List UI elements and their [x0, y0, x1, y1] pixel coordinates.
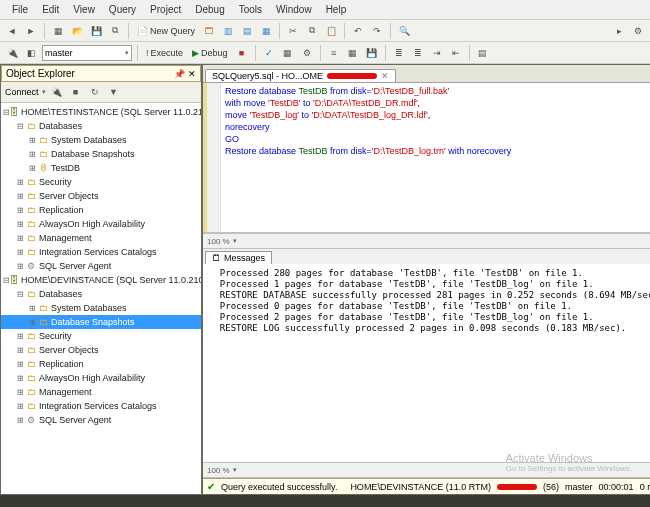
tree-node[interactable]: ⊞🗀Management — [1, 231, 201, 245]
dmx-icon[interactable]: ▦ — [258, 23, 274, 39]
tree-node[interactable]: ⊞🗀Security — [1, 175, 201, 189]
options-icon[interactable]: ⚙ — [630, 23, 646, 39]
tree-node[interactable]: ⊞🗀Security — [1, 329, 201, 343]
paste-icon[interactable]: 📋 — [323, 23, 339, 39]
menu-tools[interactable]: Tools — [233, 2, 268, 17]
tree-twisty-icon[interactable]: ⊞ — [15, 360, 25, 369]
tree-node[interactable]: ⊞⚙SQL Server Agent — [1, 259, 201, 273]
change-connection-icon[interactable]: 🔌 — [4, 45, 20, 61]
tree-twisty-icon[interactable]: ⊟ — [3, 276, 10, 285]
tree-node[interactable]: ⊟🗄HOME\DEVINSTANCE (SQL Server 11.0.2100… — [1, 273, 201, 287]
disconnect-icon[interactable]: 🔌 — [49, 84, 65, 100]
tree-node[interactable]: ⊞🗀Integration Services Catalogs — [1, 245, 201, 259]
menu-debug[interactable]: Debug — [189, 2, 230, 17]
tree-twisty-icon[interactable]: ⊞ — [15, 206, 25, 215]
find-icon[interactable]: 🔍 — [396, 23, 412, 39]
tree-node[interactable]: ⊟🗄HOME\TESTINSTANCE (SQL Server 11.0.210… — [1, 105, 201, 119]
tree-twisty-icon[interactable]: ⊞ — [15, 388, 25, 397]
redo-icon[interactable]: ↷ — [369, 23, 385, 39]
tree-twisty-icon[interactable]: ⊟ — [15, 122, 25, 131]
new-query-button[interactable]: 📄 New Query — [134, 25, 198, 37]
tree-twisty-icon[interactable]: ⊞ — [15, 178, 25, 187]
execute-button[interactable]: ! Execute — [143, 47, 186, 59]
tree-node[interactable]: ⊞⚙SQL Server Agent — [1, 413, 201, 427]
available-db-icon[interactable]: ◧ — [23, 45, 39, 61]
cut-icon[interactable]: ✂ — [285, 23, 301, 39]
tree-node[interactable]: ⊞🛢TestDB — [1, 161, 201, 175]
comment-icon[interactable]: ≣ — [391, 45, 407, 61]
tree-twisty-icon[interactable]: ⊞ — [15, 234, 25, 243]
menu-project[interactable]: Project — [144, 2, 187, 17]
filter-icon[interactable]: ▼ — [106, 84, 122, 100]
tree-twisty-icon[interactable]: ⊞ — [15, 402, 25, 411]
menu-window[interactable]: Window — [270, 2, 318, 17]
editor-text[interactable]: Restore database TestDB from disk='D:\Te… — [221, 83, 650, 232]
tree-twisty-icon[interactable]: ⊞ — [15, 374, 25, 383]
results-file-icon[interactable]: 💾 — [364, 45, 380, 61]
tree-twisty-icon[interactable]: ⊞ — [15, 332, 25, 341]
parse-icon[interactable]: ✓ — [261, 45, 277, 61]
menu-help[interactable]: Help — [320, 2, 353, 17]
mdx-icon[interactable]: ▤ — [239, 23, 255, 39]
tree-node[interactable]: ⊞🗀AlwaysOn High Availability — [1, 371, 201, 385]
tree-twisty-icon[interactable]: ⊞ — [15, 192, 25, 201]
activity-icon[interactable]: ▸ — [611, 23, 627, 39]
tree-node[interactable]: ⊞🗀Replication — [1, 203, 201, 217]
editor-zoom[interactable]: 100 % ▾◂ — [203, 233, 650, 249]
tree-twisty-icon[interactable]: ⊞ — [15, 416, 25, 425]
results-grid-icon[interactable]: ▦ — [345, 45, 361, 61]
tree-node[interactable]: ⊞🗀Server Objects — [1, 343, 201, 357]
cancel-query-icon[interactable]: ■ — [234, 45, 250, 61]
tree-node[interactable]: ⊞🗀Database Snapshots — [1, 315, 201, 329]
tree-twisty-icon[interactable]: ⊞ — [27, 318, 37, 327]
menu-query[interactable]: Query — [103, 2, 142, 17]
messages-output[interactable]: Processed 280 pages for database 'TestDB… — [203, 264, 650, 462]
debug-button[interactable]: ▶ Debug — [189, 47, 231, 59]
open-icon[interactable]: 📂 — [69, 23, 85, 39]
tree-twisty-icon[interactable]: ⊞ — [15, 220, 25, 229]
saveall-icon[interactable]: ⧉ — [107, 23, 123, 39]
save-icon[interactable]: 💾 — [88, 23, 104, 39]
refresh-icon[interactable]: ↻ — [87, 84, 103, 100]
tree-twisty-icon[interactable]: ⊞ — [27, 164, 37, 173]
tree-node[interactable]: ⊞🗀Server Objects — [1, 189, 201, 203]
query-options-icon[interactable]: ⚙ — [299, 45, 315, 61]
tree-node[interactable]: ⊞🗀Replication — [1, 357, 201, 371]
tree-node[interactable]: ⊟🗀Databases — [1, 287, 201, 301]
copy-icon[interactable]: ⧉ — [304, 23, 320, 39]
tree-node[interactable]: ⊞🗀System Databases — [1, 133, 201, 147]
menu-edit[interactable]: Edit — [36, 2, 65, 17]
db-engine-query-icon[interactable]: 🗔 — [201, 23, 217, 39]
tree-node[interactable]: ⊞🗀Integration Services Catalogs — [1, 399, 201, 413]
new-project-icon[interactable]: ▦ — [50, 23, 66, 39]
tree-node[interactable]: ⊞🗀System Databases — [1, 301, 201, 315]
menu-view[interactable]: View — [67, 2, 101, 17]
display-plan-icon[interactable]: ▦ — [280, 45, 296, 61]
database-combo[interactable]: master▾ — [42, 45, 132, 61]
tree-twisty-icon[interactable]: ⊞ — [27, 136, 37, 145]
tree-node[interactable]: ⊞🗀Database Snapshots — [1, 147, 201, 161]
uncomment-icon[interactable]: ≣ — [410, 45, 426, 61]
tree-twisty-icon[interactable]: ⊞ — [15, 248, 25, 257]
nav-fwd-icon[interactable]: ► — [23, 23, 39, 39]
results-zoom[interactable]: 100 % ▾◂ — [203, 462, 650, 478]
analysis-icon[interactable]: ▥ — [220, 23, 236, 39]
object-explorer-tree[interactable]: ⊟🗄HOME\TESTINSTANCE (SQL Server 11.0.210… — [1, 103, 201, 494]
results-text-icon[interactable]: ≡ — [326, 45, 342, 61]
close-tab-icon[interactable]: ✕ — [381, 71, 389, 81]
indent-icon[interactable]: ⇥ — [429, 45, 445, 61]
tree-twisty-icon[interactable]: ⊞ — [15, 262, 25, 271]
tree-twisty-icon[interactable]: ⊞ — [27, 304, 37, 313]
tab-sqlquery[interactable]: SQLQuery5.sql - HO...OME ✕ — [205, 69, 396, 82]
connect-button[interactable]: Connect — [5, 87, 39, 97]
tree-node[interactable]: ⊟🗀Databases — [1, 119, 201, 133]
nav-back-icon[interactable]: ◄ — [4, 23, 20, 39]
sql-editor[interactable]: Restore database TestDB from disk='D:\Te… — [203, 83, 650, 233]
tab-messages[interactable]: 🗒Messages — [205, 251, 272, 264]
outdent-icon[interactable]: ⇤ — [448, 45, 464, 61]
pin-icon[interactable]: 📌 ✕ — [174, 69, 196, 79]
menu-file[interactable]: File — [6, 2, 34, 17]
tree-twisty-icon[interactable]: ⊟ — [15, 290, 25, 299]
tree-twisty-icon[interactable]: ⊞ — [27, 150, 37, 159]
stop-icon[interactable]: ■ — [68, 84, 84, 100]
